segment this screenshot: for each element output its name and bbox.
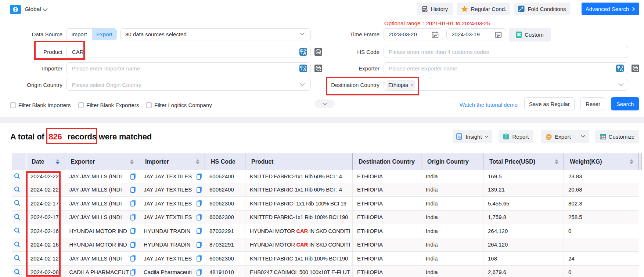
svg-text:A: A <box>620 67 623 72</box>
svg-text:A: A <box>303 67 306 72</box>
svg-text:A: A <box>303 51 306 56</box>
svg-text:BI: BI <box>460 136 463 140</box>
svg-text:⌘: ⌘ <box>517 32 521 37</box>
